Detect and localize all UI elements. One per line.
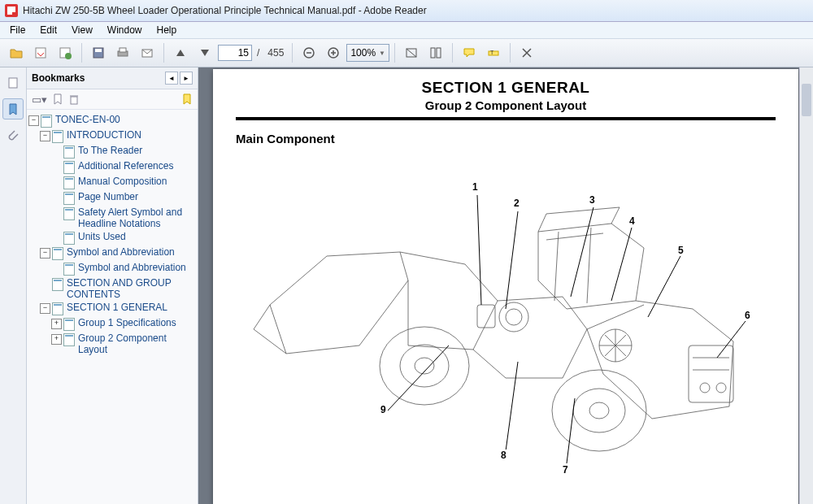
- menu-window[interactable]: Window: [101, 24, 149, 37]
- toolbar-separator: [81, 43, 82, 63]
- bm-new-icon[interactable]: [52, 93, 63, 105]
- svg-point-36: [499, 302, 528, 332]
- svg-point-26: [573, 389, 625, 432]
- svg-line-28: [546, 233, 603, 240]
- tree-expand-icon[interactable]: +: [51, 334, 62, 345]
- page-icon: [63, 333, 75, 346]
- zoom-out-button[interactable]: [298, 41, 320, 64]
- svg-rect-19: [9, 78, 17, 88]
- read-mode-button[interactable]: [515, 41, 538, 64]
- export-pdf-button[interactable]: [29, 41, 52, 64]
- zoom-in-button[interactable]: [322, 41, 345, 64]
- svg-point-35: [716, 383, 726, 393]
- page-icon: [63, 207, 75, 220]
- bm-item[interactable]: Page Number: [78, 191, 138, 202]
- svg-line-47: [506, 362, 518, 451]
- email-button[interactable]: [136, 41, 159, 64]
- comment-button[interactable]: [458, 41, 480, 64]
- bm-item[interactable]: Group 2 Component Layout: [78, 332, 192, 355]
- page-icon: [63, 146, 75, 159]
- bookmarks-tab[interactable]: [2, 98, 24, 119]
- bm-item[interactable]: Safety Alert Symbol and Headline Notatio…: [78, 206, 192, 229]
- attachments-tab[interactable]: [2, 124, 24, 146]
- svg-point-27: [589, 402, 609, 419]
- toolbar: / 455 100%▼ T: [0, 39, 813, 67]
- tree-collapse-icon[interactable]: −: [40, 303, 50, 314]
- svg-rect-20: [71, 97, 77, 104]
- bm-prev-button[interactable]: ◄: [165, 72, 178, 85]
- svg-rect-31: [689, 345, 733, 402]
- bm-options-icon[interactable]: ▭▾: [32, 93, 47, 106]
- bm-delete-icon[interactable]: [68, 93, 80, 105]
- page-down-button[interactable]: [193, 41, 216, 64]
- svg-point-23: [400, 345, 449, 387]
- svg-text:T: T: [490, 50, 494, 55]
- highlight-button[interactable]: T: [482, 41, 505, 64]
- bm-item[interactable]: Additional References: [78, 160, 173, 172]
- menu-view[interactable]: View: [65, 24, 99, 37]
- svg-rect-4: [95, 49, 102, 52]
- document-area[interactable]: SECTION 1 GENERAL Group 2 Component Layo…: [198, 67, 813, 504]
- tree-collapse-icon[interactable]: −: [28, 115, 39, 126]
- bm-item[interactable]: Units Used: [78, 231, 126, 242]
- svg-rect-15: [431, 48, 435, 58]
- toolbar-separator: [510, 43, 511, 63]
- bm-find-icon[interactable]: [181, 93, 193, 105]
- zoom-value: 100%: [350, 47, 376, 59]
- svg-line-43: [611, 228, 632, 301]
- svg-line-42: [571, 207, 593, 297]
- create-pdf-button[interactable]: [54, 41, 76, 64]
- page-icon: [41, 115, 52, 128]
- svg-point-22: [380, 327, 469, 405]
- vertical-scrollbar[interactable]: [799, 67, 813, 504]
- open-button[interactable]: [5, 41, 28, 64]
- bm-next-button[interactable]: ►: [180, 72, 193, 85]
- svg-line-30: [587, 228, 591, 303]
- zoom-select[interactable]: 100%▼: [346, 44, 389, 62]
- save-button[interactable]: [87, 41, 110, 64]
- svg-point-25: [552, 370, 646, 451]
- bm-intro[interactable]: INTRODUCTION: [67, 129, 141, 141]
- callout-2: 2: [514, 198, 520, 209]
- page-icon: [63, 192, 75, 205]
- svg-point-2: [65, 53, 72, 59]
- page-separator: /: [254, 47, 263, 59]
- callout-5: 5: [678, 245, 684, 256]
- bm-sym[interactable]: Symbol and Abbreviation: [67, 246, 175, 258]
- menu-file[interactable]: File: [3, 24, 32, 37]
- bm-item[interactable]: Group 1 Specifications: [78, 317, 176, 328]
- page-icon: [63, 263, 75, 276]
- tree-expand-icon[interactable]: +: [51, 319, 62, 329]
- bookmarks-header: Bookmarks ◄ ►: [27, 67, 198, 89]
- thumbnails-tab[interactable]: [2, 72, 24, 93]
- page-icon: [63, 232, 75, 245]
- svg-line-46: [567, 398, 575, 463]
- bm-item[interactable]: Symbol and Abbreviation: [78, 262, 186, 273]
- svg-point-37: [506, 309, 522, 325]
- tool-select-button[interactable]: [400, 41, 423, 64]
- page-icon: [52, 278, 63, 291]
- menu-edit[interactable]: Edit: [33, 24, 63, 37]
- svg-line-40: [477, 195, 481, 305]
- tree-collapse-icon[interactable]: −: [40, 248, 50, 259]
- callout-1: 1: [472, 181, 478, 193]
- bm-item[interactable]: Manual Composition: [78, 176, 167, 187]
- print-button[interactable]: [111, 41, 134, 64]
- callout-9: 9: [380, 404, 386, 415]
- toolbar-separator: [394, 43, 395, 63]
- menu-help[interactable]: Help: [150, 24, 184, 37]
- page-up-button[interactable]: [169, 41, 192, 64]
- scrollbar-thumb[interactable]: [802, 84, 811, 116]
- bm-item[interactable]: To The Reader: [78, 145, 142, 156]
- bm-sgc[interactable]: SECTION AND GROUP CONTENTS: [67, 277, 180, 300]
- svg-line-44: [648, 256, 680, 317]
- page-icon: [63, 176, 75, 189]
- pdf-page: SECTION 1 GENERAL Group 2 Component Layo…: [213, 69, 798, 504]
- tool-hand-button[interactable]: [424, 41, 447, 64]
- page-number-input[interactable]: [218, 45, 252, 61]
- svg-line-48: [388, 345, 449, 411]
- page-icon: [52, 247, 63, 260]
- bm-root[interactable]: TONEC-EN-00: [55, 114, 120, 125]
- bm-s1[interactable]: SECTION 1 GENERAL: [67, 302, 167, 313]
- tree-collapse-icon[interactable]: −: [40, 131, 50, 141]
